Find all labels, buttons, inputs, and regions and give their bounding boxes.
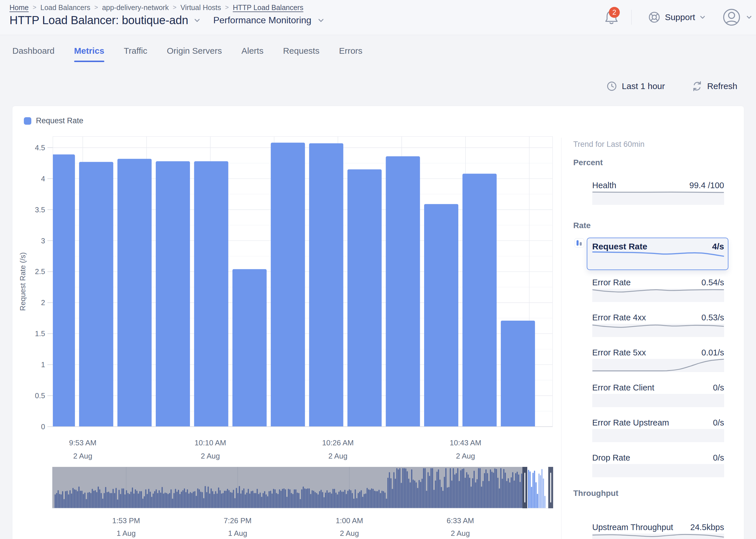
main-bar[interactable] bbox=[386, 156, 420, 429]
user-chevron-down-icon bbox=[746, 14, 753, 21]
notification-badge: 2 bbox=[609, 7, 620, 18]
metric-name: Error Rate bbox=[592, 278, 631, 287]
main-bar[interactable] bbox=[462, 174, 496, 429]
breadcrumb-item-home[interactable]: Home bbox=[10, 3, 29, 12]
metric-row-error-rate-5xx[interactable]: Error Rate 5xx0.01/s bbox=[592, 348, 724, 357]
metric-row-error-rate[interactable]: Error Rate0.54/s bbox=[592, 278, 724, 287]
lifebuoy-icon bbox=[648, 11, 661, 24]
brush-tick-date: 2 Aug bbox=[451, 529, 470, 538]
metric-sparkline-drop-rate bbox=[592, 464, 724, 477]
brush-tick-time: 1:00 AM bbox=[336, 516, 363, 525]
panel-divider bbox=[561, 138, 562, 539]
y-axis-tick-label: 1.5 bbox=[35, 330, 45, 338]
refresh-icon bbox=[692, 81, 703, 92]
tab-metrics[interactable]: Metrics bbox=[74, 46, 104, 62]
metric-name: Error Rate 5xx bbox=[592, 348, 646, 357]
page-title: HTTP Load Balancer: boutique-adn bbox=[10, 14, 188, 27]
metric-sparkline-health bbox=[592, 192, 724, 205]
metric-sparkline-request-rate bbox=[592, 250, 724, 261]
main-bar[interactable] bbox=[117, 159, 152, 429]
x-axis-tick-time: 9:53 AM bbox=[69, 438, 96, 447]
tab-origin-servers[interactable]: Origin Servers bbox=[167, 46, 222, 62]
metric-row-error-rate-upstream[interactable]: Error Rate Upstream0/s bbox=[592, 418, 724, 427]
time-range-label: Last 1 hour bbox=[622, 81, 665, 91]
main-bar[interactable] bbox=[424, 204, 458, 429]
view-chevron-down-icon[interactable] bbox=[317, 17, 325, 24]
notifications-button[interactable]: 2 bbox=[604, 9, 619, 26]
metric-name: Error Rate Upstream bbox=[592, 418, 669, 427]
trend-panel: Trend for Last 60min PercentHealth99.4 /… bbox=[561, 106, 744, 539]
user-menu[interactable] bbox=[722, 8, 753, 27]
metric-sparkline-error-rate-5xx bbox=[592, 359, 724, 372]
tab-requests[interactable]: Requests bbox=[283, 46, 320, 62]
tab-alerts[interactable]: Alerts bbox=[241, 46, 264, 62]
metric-name: Error Rate Client bbox=[592, 383, 654, 393]
metric-name: Drop Rate bbox=[592, 453, 630, 463]
support-label: Support bbox=[665, 12, 695, 22]
header-divider bbox=[631, 10, 632, 25]
metric-value: 0.01/s bbox=[701, 348, 724, 357]
metric-row-error-rate-4xx[interactable]: Error Rate 4xx0.53/s bbox=[592, 313, 724, 322]
clock-icon bbox=[606, 81, 617, 92]
metric-name: Error Rate 4xx bbox=[592, 313, 646, 322]
brush-tick-date: 1 Aug bbox=[117, 529, 136, 538]
metric-value: 0.54/s bbox=[701, 278, 724, 287]
metric-row-drop-rate[interactable]: Drop Rate0/s bbox=[592, 453, 724, 463]
section-header-percent: Percent bbox=[573, 158, 603, 167]
metric-value: 0/s bbox=[713, 383, 724, 393]
main-bar[interactable] bbox=[232, 269, 266, 429]
breadcrumb-item-app-delivery-network[interactable]: app-delivery-network bbox=[102, 3, 169, 12]
x-axis-tick-date: 2 Aug bbox=[73, 452, 93, 460]
view-selector[interactable]: Performance Monitoring bbox=[213, 15, 311, 26]
y-axis-tick-label: 3.5 bbox=[35, 206, 45, 214]
breadcrumb-separator: > bbox=[94, 4, 98, 11]
metric-name: Upstream Throughput bbox=[592, 523, 673, 532]
section-header-rate: Rate bbox=[573, 221, 591, 230]
metric-row-upstream-throughput[interactable]: Upstream Throughput24.5kbps bbox=[592, 523, 724, 532]
y-axis-title: Request Rate (/s) bbox=[18, 252, 27, 311]
time-brush[interactable] bbox=[52, 467, 553, 508]
chart-type-icon[interactable] bbox=[574, 238, 584, 248]
breadcrumb-separator: > bbox=[33, 4, 37, 11]
x-axis-tick-time: 10:26 AM bbox=[322, 438, 354, 447]
tab-bar: DashboardMetricsTrafficOrigin ServersAle… bbox=[12, 46, 362, 62]
breadcrumb-item-http-load-balancers[interactable]: HTTP Load Balancers bbox=[233, 3, 303, 12]
metric-sparkline-error-rate-upstream bbox=[592, 429, 724, 442]
main-bar[interactable] bbox=[347, 169, 382, 429]
metric-row-error-rate-client[interactable]: Error Rate Client0/s bbox=[592, 383, 724, 393]
breadcrumb-item-load-balancers[interactable]: Load Balancers bbox=[40, 3, 91, 12]
brush-unselected-overlay bbox=[52, 467, 522, 508]
main-bar[interactable] bbox=[501, 321, 535, 429]
metric-value: 0.53/s bbox=[701, 313, 724, 322]
section-header-throughput: Throughput bbox=[573, 489, 618, 498]
breadcrumb-item-virtual-hosts[interactable]: Virtual Hosts bbox=[181, 3, 221, 12]
y-axis-tick-label: 2 bbox=[41, 298, 45, 307]
time-range-selector[interactable]: Last 1 hour bbox=[606, 78, 669, 94]
support-menu[interactable]: Support bbox=[648, 11, 706, 24]
main-bar[interactable] bbox=[309, 143, 343, 429]
main-bar[interactable] bbox=[79, 162, 113, 429]
brush-tick-time: 6:33 AM bbox=[447, 516, 474, 525]
metric-name: Health bbox=[592, 181, 616, 190]
main-bar[interactable] bbox=[41, 155, 75, 429]
tab-dashboard[interactable]: Dashboard bbox=[12, 46, 55, 62]
metric-sparkline-error-rate-client bbox=[592, 394, 724, 407]
metric-value: 24.5kbps bbox=[690, 523, 724, 532]
title-chevron-down-icon[interactable] bbox=[193, 17, 201, 24]
metric-sparkline-error-rate bbox=[592, 289, 724, 302]
main-bar[interactable] bbox=[156, 161, 190, 429]
metric-row-health[interactable]: Health99.4 /100 bbox=[592, 181, 724, 190]
metrics-card: Request Rate 00.511.522.533.544.5Request… bbox=[12, 106, 744, 539]
top-header: Home>Load Balancers>app-delivery-network… bbox=[0, 0, 756, 35]
metric-value: 0/s bbox=[713, 418, 724, 427]
main-bar[interactable] bbox=[271, 143, 305, 429]
request-rate-bar-chart[interactable]: 00.511.522.533.544.5Request Rate (/s)9:5… bbox=[12, 106, 561, 539]
refresh-button[interactable]: Refresh bbox=[692, 78, 737, 94]
tab-traffic[interactable]: Traffic bbox=[124, 46, 147, 62]
y-axis-tick-label: 0.5 bbox=[35, 392, 45, 400]
breadcrumb-separator: > bbox=[225, 4, 229, 11]
refresh-label: Refresh bbox=[707, 81, 737, 91]
breadcrumb: Home>Load Balancers>app-delivery-network… bbox=[10, 3, 303, 12]
main-bar[interactable] bbox=[194, 161, 228, 429]
tab-errors[interactable]: Errors bbox=[339, 46, 363, 62]
